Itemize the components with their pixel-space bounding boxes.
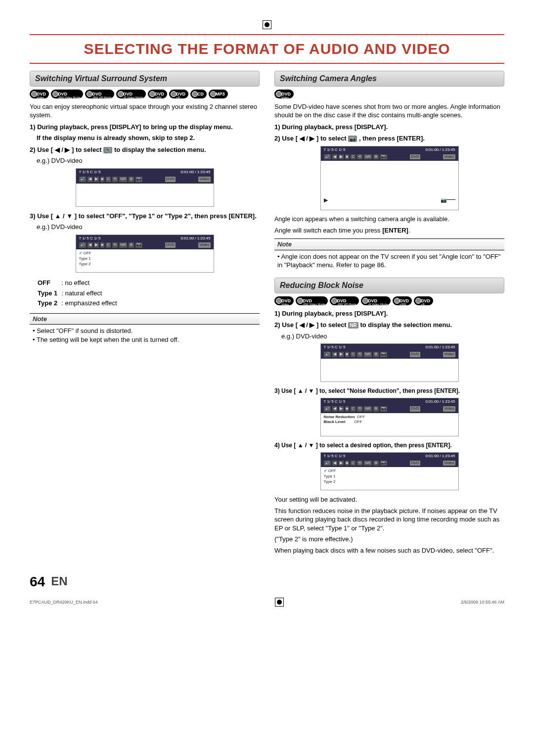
camera-angle-icon: 📷: [348, 136, 357, 142]
osd-top-left: T 1/ 5 C 1/ 5: [79, 170, 101, 175]
enter-key: [ENTER]: [382, 227, 408, 234]
printer-date: 2/6/2009 10:55:46 AM: [461, 599, 504, 605]
opt-val: : natural effect: [61, 289, 120, 298]
osd-display-angle: T 1/ 5 C 1/ 50:01:00 / 1:23:45 🔊◀▶■C⟲NR⊕…: [320, 146, 459, 210]
tail-text: ("Type 2" is more effective.): [274, 535, 504, 544]
format-badge: DVDVideo: [274, 90, 294, 98]
osd-display-nr-1: T 1/ 5 C 1/ 50:01:00 / 1:23:45 🔊◀▶■C⟲NR⊕…: [320, 343, 459, 382]
intro-text: Some DVD-video have scenes shot from two…: [274, 102, 504, 120]
note-list: Angle icon does not appear on the TV scr…: [274, 250, 504, 272]
osd-display-2: T 1/ 5 C 1/ 50:01:00 / 1:23:45 🔊◀▶■C⟲NR⊕…: [76, 235, 214, 273]
txt: Angle will switch each time you press: [274, 227, 382, 234]
nr-icon: NR: [348, 322, 358, 329]
osd-display-nr-3: T 1/ 5 C 1/ 50:01:00 / 1:23:45 🔊◀▶■C⟲NR⊕…: [320, 452, 459, 491]
crop-mark-bottom: [275, 598, 284, 607]
section-header-noise: Reducing Block Noise: [274, 278, 504, 293]
format-badge: DVD+RW: [148, 90, 167, 98]
nr-label: Noise Reduction: [324, 415, 355, 419]
step-2: 2) Use [ ◀ / ▶ ] to select NR to display…: [274, 321, 504, 330]
step-1: 1) During playback, press [DISPLAY] to b…: [30, 123, 260, 132]
format-badge: DVD-R Video Mode: [116, 90, 146, 98]
format-badge: DVD-R Video Mode: [361, 296, 391, 305]
osd-badge-dvd: DVD: [410, 406, 420, 412]
format-badge: DVD+R: [414, 296, 433, 305]
step-2-tail: to display the selection menu.: [360, 321, 452, 329]
format-badge: CD: [190, 90, 207, 98]
angle-info-1: Angle icon appears when a switching came…: [274, 215, 504, 224]
osd-display-1: T 1/ 5 C 1/ 50:01:00 / 1:23:45 🔊◀▶■C⟲NR⊕…: [76, 168, 214, 207]
osd-option-type1: Type 1: [79, 256, 211, 262]
note-item: Angle icon does not appear on the TV scr…: [277, 252, 501, 270]
osd-badge-dvd: DVD: [410, 461, 420, 466]
step-3: 3) Use [ ▲ / ▼ ] to, select "Noise Reduc…: [274, 387, 504, 395]
format-badges-noise: DVDVideo DVD-RW Video Mode DVD-RW VR Mod…: [274, 296, 504, 305]
play-icon: ▶: [324, 196, 328, 204]
osd-option-type2: Type 2: [324, 479, 455, 485]
tail-text: When playing back discs with a few noise…: [274, 546, 504, 555]
angle-callout-icon: 📷: [441, 197, 446, 204]
step-1: 1) During playback, press [DISPLAY].: [274, 309, 504, 318]
osd-top-right: 0:01:00 / 1:23:45: [425, 399, 455, 405]
format-badges-angles: DVDVideo: [274, 90, 504, 98]
table-row: OFF: no effect: [38, 279, 120, 288]
step-4: 4) Use [ ▲ / ▼ ] to select a desired opt…: [274, 441, 504, 449]
format-badge: DVDVideo: [30, 90, 49, 98]
step-2-head: 2) Use [ ◀ / ▶ ] to select: [274, 321, 347, 329]
osd-top-left: T 1/ 5 C 1/ 5: [324, 345, 346, 350]
step-2-head: 2) Use [ ◀ / ▶ ] to select: [274, 135, 347, 142]
bl-label: Black Level: [324, 420, 346, 424]
format-badge: MP3: [209, 90, 228, 98]
step-1-note: If the display menu is already shown, sk…: [37, 134, 260, 142]
content-columns: Switching Virtual Surround System DVDVid…: [30, 71, 504, 558]
page-language: EN: [51, 573, 67, 589]
step-2: 2) Use [ ◀ / ▶ ] to select 📷 , then pres…: [274, 134, 504, 143]
osd-badge-video: Video: [198, 177, 210, 182]
osd-display-nr-2: T 1/ 5 C 1/ 50:01:00 / 1:23:45 🔊◀▶■C⟲NR⊕…: [320, 398, 459, 436]
osd-badge-dvd: DVD: [165, 177, 176, 182]
osd-top-right: 0:01:00 / 1:23:45: [180, 236, 210, 241]
format-badge: DVD+RW: [393, 296, 412, 305]
osd-top-right: 0:01:00 / 1:23:45: [425, 454, 455, 459]
opt-key: Type 1: [38, 289, 60, 298]
example-label: e.g.) DVD-video: [37, 156, 260, 165]
osd-badge-dvd: DVD: [165, 242, 176, 248]
tail-text: This function reduces noise in the playb…: [274, 507, 504, 533]
format-badge: DVD-RW Video Mode: [51, 90, 83, 98]
opt-val: : emphasized effect: [61, 299, 120, 308]
osd-option-off: OFF: [324, 469, 455, 474]
format-badge: DVD+R: [169, 90, 188, 98]
right-column: Switching Camera Angles DVDVideo Some DV…: [274, 71, 504, 558]
section-header-surround: Switching Virtual Surround System: [30, 71, 260, 87]
osd-badge-dvd: DVD: [410, 154, 420, 160]
left-column: Switching Virtual Surround System DVDVid…: [30, 71, 260, 558]
example-label-2: e.g.) DVD-video: [37, 223, 260, 232]
osd-badge-video: Video: [443, 352, 455, 357]
format-badge: DVD-RW VR Mode: [85, 90, 114, 98]
step-1: 1) During playback, press [DISPLAY].: [274, 123, 504, 132]
step-2-tail: , then press [ENTER].: [359, 135, 425, 142]
opt-key: Type 2: [38, 299, 60, 308]
step-2-head: 2) Use [ ◀ / ▶ ] to select: [30, 146, 102, 153]
step-3: 3) Use [ ▲ / ▼ ] to select "OFF", "Type …: [30, 212, 260, 221]
intro-text: You can enjoy stereophonic virtual space…: [30, 102, 260, 120]
osd-badge-dvd: DVD: [410, 352, 420, 357]
osd-badge-video: Video: [443, 406, 455, 412]
tail-text: Your setting will be activated.: [274, 495, 504, 504]
format-badge: DVD-RW Video Mode: [296, 296, 328, 305]
opt-val: : no effect: [61, 279, 120, 288]
osd-badge-video: Video: [198, 242, 210, 248]
table-row: Type 2: emphasized effect: [38, 299, 120, 308]
txt: .: [408, 227, 410, 234]
osd-top-left: T 1/ 5 C 1/ 5: [324, 147, 346, 153]
osd-top-left: T 1/ 5 C 1/ 5: [324, 454, 346, 459]
example-label: e.g.) DVD-video: [281, 332, 504, 341]
osd-top-left: T 1/ 5 C 1/ 5: [324, 399, 346, 405]
note-item: The setting will be kept when the unit i…: [33, 335, 257, 344]
osd-top-left: T 1/ 5 C 1/ 5: [79, 236, 101, 241]
step-2-tail: to display the selection menu.: [114, 146, 206, 153]
printer-footer: E7PCAUD_DR420KU_EN.indd 64 2/6/2009 10:5…: [30, 598, 504, 607]
crop-mark-top: [30, 20, 504, 29]
osd-option-type2: Type 2: [79, 262, 211, 267]
bl-val: OFF: [354, 420, 362, 424]
osd-top-right: 0:01:00 / 1:23:45: [425, 345, 455, 350]
